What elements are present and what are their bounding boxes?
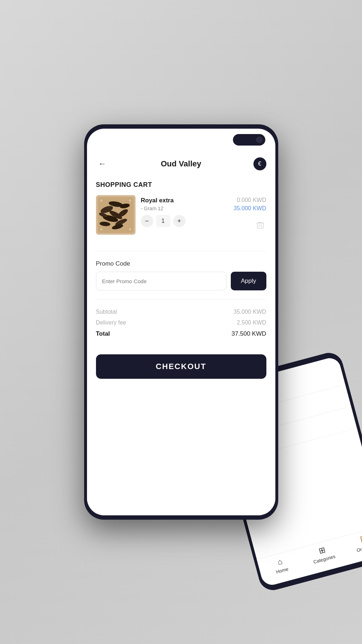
product-svg [96, 195, 136, 235]
current-price: 35.000 KWD [234, 205, 266, 212]
product-name: Royal extra [141, 197, 228, 204]
app-header: ← Oud Valley € [87, 150, 275, 176]
subtotal-row: Subtotal 35.000 KWD [96, 309, 266, 315]
svg-point-12 [100, 199, 102, 202]
product-price-column: 0.000 KWD 35.000 KWD [234, 195, 266, 231]
delivery-label: Delivery fee [96, 319, 126, 326]
promo-section: Promo Code Apply [87, 255, 275, 296]
camera-lens [256, 137, 262, 143]
subtotal-value: 35.000 KWD [234, 309, 266, 315]
app-content: ← Oud Valley € SHOPPING CART [87, 150, 275, 515]
checkout-section: CHECKOUT [87, 347, 275, 386]
main-phone-screen: ← Oud Valley € SHOPPING CART [87, 129, 275, 515]
back-button[interactable]: ← [96, 157, 109, 170]
increase-quantity-button[interactable]: + [173, 215, 185, 227]
back-arrow-icon: ← [98, 159, 106, 169]
totals-section: Subtotal 35.000 KWD Delivery fee 2.500 K… [87, 303, 275, 347]
subtotal-label: Subtotal [96, 309, 117, 315]
original-price: 0.000 KWD [237, 197, 266, 203]
total-value: 37.500 KWD [232, 330, 266, 337]
decrease-quantity-button[interactable]: − [141, 215, 153, 227]
svg-rect-16 [257, 223, 263, 229]
cart-divider [96, 251, 266, 251]
quantity-value: 1 [156, 215, 170, 227]
promo-row: Apply [96, 272, 266, 290]
profile-icon-symbol: € [258, 161, 261, 167]
total-label: Total [96, 330, 110, 337]
delivery-value: 2.500 KWD [237, 319, 266, 326]
svg-point-13 [129, 199, 131, 202]
delete-item-button[interactable] [254, 219, 266, 231]
product-variant: - Gram 12 [141, 206, 228, 211]
product-details: Royal extra - Gram 12 − 1 + [141, 195, 228, 227]
home-icon: ⌂ [276, 557, 284, 567]
svg-point-14 [100, 228, 102, 230]
totals-divider [96, 299, 266, 300]
checkout-button[interactable]: CHECKOUT [96, 354, 266, 379]
camera-notch [233, 134, 265, 146]
grand-total-row: Total 37.500 KWD [96, 330, 266, 337]
promo-label: Promo Code [96, 260, 266, 267]
cart-item: Royal extra - Gram 12 − 1 + 0.000 KWD 35… [96, 195, 266, 235]
orders-icon: 📋 [358, 534, 362, 545]
product-image [96, 195, 136, 235]
svg-point-15 [129, 228, 131, 230]
home-label: Home [275, 566, 289, 575]
delivery-row: Delivery fee 2.500 KWD [96, 319, 266, 326]
quantity-controls: − 1 + [141, 215, 228, 227]
cart-section-title: SHOPPING CART [96, 181, 266, 189]
cart-section: SHOPPING CART [87, 176, 275, 247]
apply-promo-button[interactable]: Apply [231, 272, 266, 290]
trash-icon [256, 221, 264, 229]
page-title: Oud Valley [161, 159, 201, 169]
categories-icon: ⊞ [318, 545, 326, 556]
main-phone: ← Oud Valley € SHOPPING CART [84, 124, 278, 520]
profile-button[interactable]: € [253, 157, 266, 170]
promo-code-input[interactable] [96, 272, 226, 290]
